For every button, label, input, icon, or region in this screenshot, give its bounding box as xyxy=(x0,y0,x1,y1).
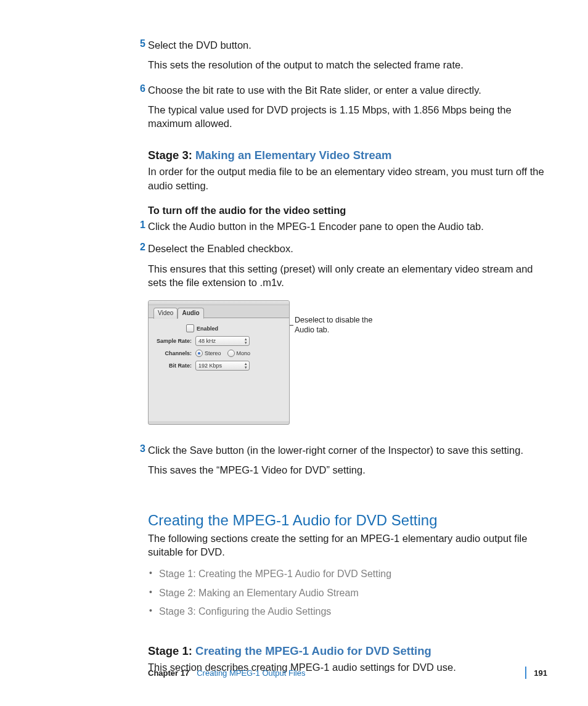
step-number: 2 xyxy=(137,242,145,253)
dropdown-arrows-icon: ▴▾ xyxy=(245,362,247,369)
step-5: 5 Select the DVD button. This sets the r… xyxy=(148,38,545,72)
section-heading: Creating the MPEG-1 Audio for DVD Settin… xyxy=(148,512,545,529)
callout-text: Deselect to disable the Audio tab. xyxy=(295,315,375,335)
step-6: 6 Choose the bit rate to use with the Bi… xyxy=(148,83,545,131)
stage-3-intro: In order for the output media file to be… xyxy=(148,165,545,192)
footer-title[interactable]: Creating MPEG-1 Output Files xyxy=(197,668,518,678)
enabled-label: Enabled xyxy=(197,326,218,332)
bit-rate-dropdown[interactable]: 192 Kbps ▴▾ xyxy=(195,361,250,371)
step-subtext: This saves the “MPEG-1 Video for DVD” se… xyxy=(148,463,545,477)
stage-3-heading: Stage 3: Making an Elementary Video Stre… xyxy=(148,149,545,162)
sample-rate-value: 48 kHz xyxy=(198,338,216,344)
tab-video[interactable]: Video xyxy=(153,308,178,319)
radio-mono[interactable] xyxy=(227,350,235,357)
stage-link-3[interactable]: Stage 3: Configuring the Audio Settings xyxy=(148,602,545,621)
footer-divider xyxy=(525,667,526,679)
sample-rate-label: Sample Rate: xyxy=(153,338,195,344)
step-text: Click the Audio button in the MPEG-1 Enc… xyxy=(148,220,545,233)
footer-chapter: Chapter 17 xyxy=(148,668,189,678)
footer-page-number: 191 xyxy=(534,668,547,678)
stage-link-2[interactable]: Stage 2: Making an Elementary Audio Stre… xyxy=(148,584,545,602)
stage-label: Stage 3: xyxy=(148,149,192,162)
step-subtext: The typical value used for DVD projects … xyxy=(148,103,545,131)
stage-title-link[interactable]: Making an Elementary Video Stream xyxy=(195,149,391,162)
step-subtext: This ensures that this setting (preset) … xyxy=(148,262,545,290)
radio-stereo[interactable] xyxy=(195,350,203,357)
step-number: 1 xyxy=(137,220,145,231)
section-intro: The following sections create the settin… xyxy=(148,532,545,559)
stage-link-1[interactable]: Stage 1: Creating the MPEG-1 Audio for D… xyxy=(148,565,545,583)
encoder-panel: Video Audio Enabled Sample Rate: 48 kHz … xyxy=(148,300,290,425)
panel-tabs: Video Audio xyxy=(153,307,289,318)
tab-audio[interactable]: Audio xyxy=(178,308,203,319)
bit-rate-value: 192 Kbps xyxy=(198,363,222,369)
step-text: Select the DVD button. xyxy=(148,38,545,52)
stage-label: Stage 1: xyxy=(148,644,192,657)
step-2-audio: 2 Deselect the Enabled checkbox. This en… xyxy=(148,242,545,289)
step-subtext: This sets the resolution of the output t… xyxy=(148,58,545,72)
radio-mono-label: Mono xyxy=(237,350,251,356)
stage-links-list: Stage 1: Creating the MPEG-1 Audio for D… xyxy=(148,565,545,621)
sample-rate-dropdown[interactable]: 48 kHz ▴▾ xyxy=(195,336,250,346)
task-heading: To turn off the audio for the video sett… xyxy=(148,203,545,217)
step-number: 6 xyxy=(137,83,145,94)
bit-rate-label: Bit Rate: xyxy=(153,363,195,369)
step-text: Click the Save button (in the lower-righ… xyxy=(148,443,545,457)
stage-title-link[interactable]: Creating the MPEG-1 Audio for DVD Settin… xyxy=(195,644,431,657)
channels-label: Channels: xyxy=(153,350,195,356)
step-number: 3 xyxy=(137,443,145,454)
stage-1-heading: Stage 1: Creating the MPEG-1 Audio for D… xyxy=(148,644,545,658)
step-text: Choose the bit rate to use with the Bit … xyxy=(148,83,545,97)
step-text: Deselect the Enabled checkbox. xyxy=(148,242,545,255)
enabled-checkbox[interactable] xyxy=(186,324,194,332)
radio-stereo-label: Stereo xyxy=(205,350,221,356)
step-3-save: 3 Click the Save button (in the lower-ri… xyxy=(148,443,545,477)
dropdown-arrows-icon: ▴▾ xyxy=(245,337,247,345)
step-number: 5 xyxy=(137,38,145,49)
step-1-audio: 1 Click the Audio button in the MPEG-1 E… xyxy=(148,220,545,233)
page-footer: Chapter 17 Creating MPEG-1 Output Files … xyxy=(148,667,547,679)
audio-tab-body: Enabled Sample Rate: 48 kHz ▴▾ Channels:… xyxy=(149,318,289,421)
